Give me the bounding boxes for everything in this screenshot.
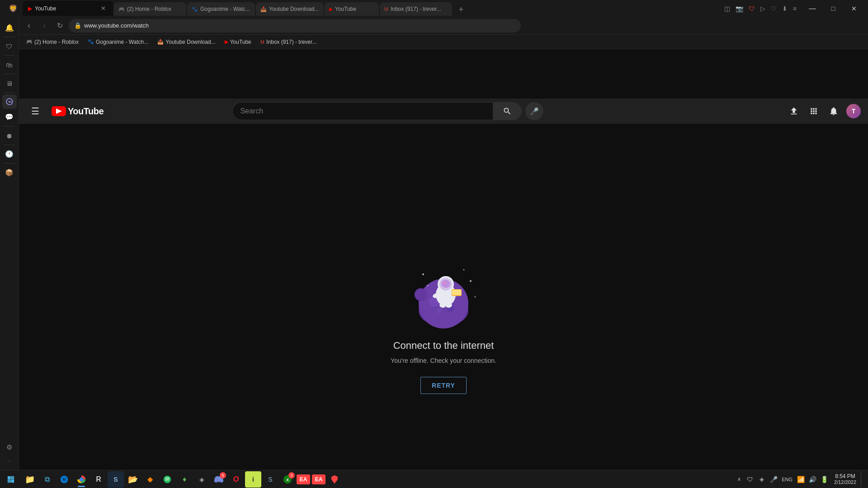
taskbar-item-explorer[interactable]: 📁 xyxy=(22,471,38,488)
sidebar-item-notifications[interactable]: 🔔 xyxy=(2,20,17,35)
title-action-4[interactable]: ♡ xyxy=(769,3,778,14)
taskbar-icons: 📁 ⧉ R S 📂 ◆ ♦ ◈ 5 O xyxy=(20,471,344,488)
back-button[interactable]: ‹ xyxy=(23,19,35,32)
yt-menu-button[interactable]: ☰ xyxy=(26,102,44,120)
sidebar-divider-4 xyxy=(4,92,15,93)
sidebar-more-button[interactable]: ··· xyxy=(2,455,17,466)
forward-button[interactable]: › xyxy=(38,19,51,32)
taskbar-item-imgur[interactable]: i xyxy=(245,471,261,488)
tray-battery[interactable]: 🔋 xyxy=(819,471,830,488)
yt-avatar[interactable]: T xyxy=(846,104,861,118)
sidebar-item-shopping[interactable]: 🛍 xyxy=(2,57,17,72)
title-action-5[interactable]: ⬇ xyxy=(780,3,789,14)
tray-wifi[interactable]: 📶 xyxy=(795,471,806,488)
retry-button[interactable]: RETRY xyxy=(420,377,467,394)
spotify-icon xyxy=(163,475,172,484)
taskbar-item-steam[interactable]: S xyxy=(108,471,124,488)
tray-chevron[interactable]: ∧ xyxy=(735,471,744,488)
yt-search-area: 🎤 xyxy=(223,102,553,120)
tab-favicon-gogoanime: 🐾 xyxy=(192,6,198,12)
yt-search-input[interactable] xyxy=(232,102,493,120)
yt-logo-text: YouTube xyxy=(68,106,104,117)
sidebar-item-messenger[interactable] xyxy=(2,94,17,109)
bookmark-label-gogoanime: Gogoanime - Watch... xyxy=(96,39,148,45)
yt-grid-button[interactable] xyxy=(805,102,823,120)
yt-search-box xyxy=(232,102,522,120)
refresh-button[interactable]: ↻ xyxy=(53,19,66,32)
bookmark-youtube[interactable]: ▶ YouTube xyxy=(221,37,255,47)
title-action-1[interactable]: ◫ xyxy=(722,3,732,14)
tray-antivirus[interactable]: 🛡 xyxy=(745,471,755,488)
tab-title-gogoanime: Gogoanime - Watc... xyxy=(200,6,250,12)
tab-inbox[interactable]: M Inbox (917) - trever... xyxy=(380,2,452,16)
yt-bell-button[interactable] xyxy=(825,102,843,120)
taskbar-item-files[interactable]: 📂 xyxy=(125,471,141,488)
tray-language[interactable]: ENG xyxy=(780,471,794,488)
sidebar-divider-2 xyxy=(4,55,15,56)
sidebar-item-monitor[interactable]: 🖥 xyxy=(2,76,17,90)
tab-close-youtube[interactable]: ✕ xyxy=(99,4,108,13)
taskbar-item-steam2[interactable]: S xyxy=(262,471,278,488)
svg-point-4 xyxy=(436,308,442,313)
taskbar-item-discord[interactable]: 5 xyxy=(211,471,227,488)
yt-search-button[interactable] xyxy=(493,102,522,120)
tray-volume[interactable]: 🔊 xyxy=(807,471,818,488)
title-action-shield[interactable]: 🛡 xyxy=(747,3,757,14)
sidebar-item-packages[interactable]: 📦 xyxy=(2,165,17,180)
svg-point-18 xyxy=(422,273,424,275)
taskbar-item-edge[interactable] xyxy=(56,471,72,488)
offline-content: Connect to the internet You're offline. … xyxy=(19,124,868,488)
sidebar-divider-7 xyxy=(4,163,15,164)
taskbar-item-roblox[interactable]: R xyxy=(90,471,107,488)
yt-upload-button[interactable] xyxy=(785,102,803,120)
taskbar-item-opera[interactable]: O xyxy=(228,471,244,488)
active-tab[interactable]: ▶ YouTube ✕ xyxy=(23,1,113,16)
bookmark-label-roblox: (2) Home - Roblox xyxy=(34,39,79,45)
address-field[interactable]: 🔒 www.youtube.com/watch xyxy=(69,19,521,33)
tab-roblox[interactable]: 🎮 (2) Home - Roblox xyxy=(114,2,186,16)
youtube-header: ☰ YouTube 🎤 xyxy=(19,99,868,124)
sidebar-item-record[interactable]: ⏺ xyxy=(2,128,17,143)
sidebar-item-settings[interactable]: ⚙ xyxy=(2,440,17,455)
close-button[interactable]: ✕ xyxy=(844,1,864,16)
bookmark-ytdownload[interactable]: 📥 Youtube Download... xyxy=(154,37,219,47)
taskbar-item-xbox[interactable]: X 3 xyxy=(279,471,296,488)
taskbar-item-ea2[interactable]: EA xyxy=(312,474,326,484)
bookmark-inbox[interactable]: M Inbox (917) - trever... xyxy=(257,37,321,47)
taskbar-item-ea[interactable]: EA xyxy=(297,474,310,484)
tab-gogoanime[interactable]: 🐾 Gogoanime - Watc... xyxy=(187,2,255,16)
taskbar-item-chrome[interactable] xyxy=(73,471,90,488)
bookmark-roblox[interactable]: 🎮 (2) Home - Roblox xyxy=(23,37,82,47)
bookmark-gogoanime[interactable]: 🐾 Gogoanime - Watch... xyxy=(84,37,152,47)
show-desktop-button[interactable] xyxy=(861,471,864,488)
taskbar-item-app1[interactable]: ◆ xyxy=(142,471,158,488)
new-tab-button[interactable]: + xyxy=(455,3,467,16)
title-action-2[interactable]: 📷 xyxy=(734,3,745,14)
maximize-button[interactable]: □ xyxy=(823,1,844,16)
taskbar-clock[interactable]: 8:54 PM 2/12/2022 xyxy=(830,471,860,488)
taskbar-item-app3[interactable]: ◈ xyxy=(193,471,210,488)
svg-rect-23 xyxy=(8,476,10,479)
svg-rect-25 xyxy=(8,479,10,482)
title-action-3[interactable]: ▷ xyxy=(759,3,767,14)
tab-youtube2[interactable]: ▶ YouTube xyxy=(325,2,379,16)
tray-app-shield[interactable]: ◈ xyxy=(756,471,767,488)
minimize-button[interactable]: — xyxy=(802,1,823,16)
svg-point-20 xyxy=(463,269,465,270)
title-action-6[interactable]: ≡ xyxy=(791,3,798,14)
bookmark-favicon-gogoanime: 🐾 xyxy=(88,39,94,45)
sidebar-item-history[interactable]: 🕐 xyxy=(2,147,17,161)
yt-logo[interactable]: YouTube xyxy=(52,106,104,117)
tray-mic[interactable]: 🎤 xyxy=(768,471,779,488)
yt-mic-button[interactable]: 🎤 xyxy=(525,102,543,120)
tab-ytdownload[interactable]: 📥 Youtube Download... xyxy=(256,2,324,16)
taskbar-item-spotify[interactable] xyxy=(159,471,175,488)
avatar-initials: T xyxy=(852,108,856,115)
taskbar-item-browser2[interactable] xyxy=(326,471,343,488)
taskbar-item-taskview[interactable]: ⧉ xyxy=(39,471,55,488)
tab-favicon-youtube: ▶ xyxy=(28,5,32,12)
sidebar-item-shield[interactable]: 🛡 xyxy=(2,39,17,53)
sidebar-item-chat[interactable]: 💬 xyxy=(2,110,17,124)
taskbar-item-app2[interactable]: ♦ xyxy=(176,471,193,488)
start-button[interactable] xyxy=(2,470,20,488)
